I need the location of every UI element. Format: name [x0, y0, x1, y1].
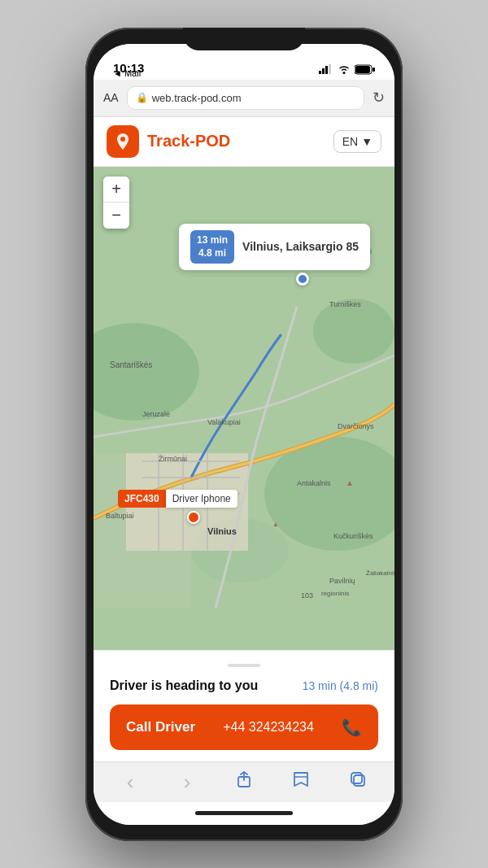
lock-icon: 🔒 — [136, 92, 148, 103]
driver-eta-text: 13 min (4.8 mi) — [303, 679, 378, 692]
svg-text:Žaliakalnis: Žaliakalnis — [366, 569, 394, 577]
svg-rect-7 — [373, 68, 375, 72]
svg-text:Valakupiai: Valakupiai — [207, 418, 241, 426]
svg-text:▲: ▲ — [272, 521, 279, 528]
url-bar[interactable]: 🔒 web.track-pod.com — [127, 86, 364, 110]
driver-tag: JFC430 — [118, 490, 166, 508]
home-indicator — [94, 802, 394, 825]
svg-text:Kučkuriškės: Kučkuriškės — [333, 532, 373, 540]
logo-area: Track-POD — [107, 125, 230, 158]
app-title: Track-POD — [147, 132, 230, 150]
svg-text:Jeruzalė: Jeruzalė — [142, 410, 170, 418]
app-header: Track-POD EN ▼ — [94, 117, 394, 167]
safari-bar: ‹ › — [94, 761, 394, 802]
browser-aa-label[interactable]: AA — [103, 91, 119, 104]
pull-handle — [228, 664, 260, 667]
svg-rect-0 — [319, 71, 321, 74]
phone-frame: 10:13 ◄ Mail — [85, 28, 403, 841]
svg-text:▲: ▲ — [346, 478, 354, 487]
driver-label: JFC430 Driver Iphone — [118, 490, 237, 508]
app-title-black: Track- — [147, 132, 195, 150]
app-logo-icon — [107, 125, 139, 158]
svg-text:regioninis: regioninis — [321, 590, 349, 597]
phone-screen: 10:13 ◄ Mail — [94, 44, 394, 825]
notch — [183, 28, 305, 50]
language-selector[interactable]: EN ▼ — [333, 130, 381, 153]
lang-arrow-icon: ▼ — [361, 135, 373, 148]
lang-label: EN — [342, 135, 358, 148]
destination-dot — [296, 273, 309, 286]
phone-icon: 📞 — [342, 718, 362, 737]
battery-icon — [355, 64, 375, 75]
wifi-icon — [338, 64, 351, 74]
svg-rect-3 — [329, 64, 331, 74]
svg-text:Vilnius: Vilnius — [207, 526, 237, 536]
call-label: Call Driver — [126, 719, 195, 735]
forward-button[interactable]: › — [171, 770, 203, 795]
svg-rect-42 — [354, 775, 364, 786]
svg-text:Dvarčionys: Dvarčionys — [338, 422, 374, 430]
call-driver-button[interactable]: Call Driver +44 324234234 📞 — [110, 704, 378, 750]
driver-name-label: Driver Iphone — [166, 490, 237, 508]
svg-rect-1 — [322, 68, 325, 74]
share-button[interactable] — [228, 770, 260, 793]
driver-status-row: Driver is heading to you 13 min (4.8 mi) — [110, 678, 378, 693]
driver-status-text: Driver is heading to you — [110, 678, 258, 693]
svg-point-13 — [313, 299, 394, 364]
browser-bar: AA 🔒 web.track-pod.com ↻ — [94, 80, 394, 117]
svg-point-8 — [120, 137, 125, 142]
tabs-button[interactable] — [342, 770, 374, 793]
zoom-in-button[interactable]: + — [103, 177, 129, 203]
svg-text:103: 103 — [301, 591, 313, 600]
svg-text:Santariškės: Santariškės — [110, 360, 152, 369]
eta-box: 13 min 4.8 mi — [190, 230, 234, 264]
svg-text:Pavilnių: Pavilnių — [329, 577, 355, 585]
browser-url-text: web.track-pod.com — [152, 92, 242, 104]
eta-distance: 4.8 mi — [197, 246, 228, 260]
location-name: Vilnius, Laiksargio 85 — [242, 240, 359, 253]
bottom-panel: Driver is heading to you 13 min (4.8 mi)… — [94, 650, 394, 761]
svg-text:Turniškes: Turniškes — [329, 300, 361, 308]
driver-dot — [187, 511, 200, 524]
home-bar — [195, 811, 293, 815]
eta-minutes: 13 min — [197, 233, 228, 247]
bookmarks-button[interactable] — [285, 770, 317, 793]
svg-point-4 — [343, 72, 346, 74]
back-button[interactable]: ‹ — [114, 770, 146, 795]
svg-rect-2 — [325, 66, 328, 74]
call-number: +44 324234234 — [223, 720, 314, 735]
svg-text:Antakalnis: Antakalnis — [297, 479, 331, 487]
svg-text:Baltupiai: Baltupiai — [106, 512, 134, 520]
app-title-orange: POD — [195, 132, 230, 150]
trackpod-logo-svg — [113, 132, 133, 151]
svg-rect-6 — [355, 66, 370, 73]
zoom-out-button[interactable]: − — [103, 203, 129, 229]
svg-text:Žirmūnai: Žirmūnai — [159, 455, 187, 463]
status-back-label: ◄ Mail — [113, 68, 141, 78]
svg-rect-43 — [351, 773, 362, 783]
location-tooltip: 13 min 4.8 mi Vilnius, Laiksargio 85 — [179, 224, 370, 271]
signal-icon — [319, 64, 333, 74]
status-icons — [319, 64, 375, 75]
map-controls: + − — [103, 177, 129, 229]
refresh-icon[interactable]: ↻ — [373, 89, 385, 107]
map-container[interactable]: Santariškės Žirmūnai Vilnius Baltupiai J… — [94, 167, 394, 650]
